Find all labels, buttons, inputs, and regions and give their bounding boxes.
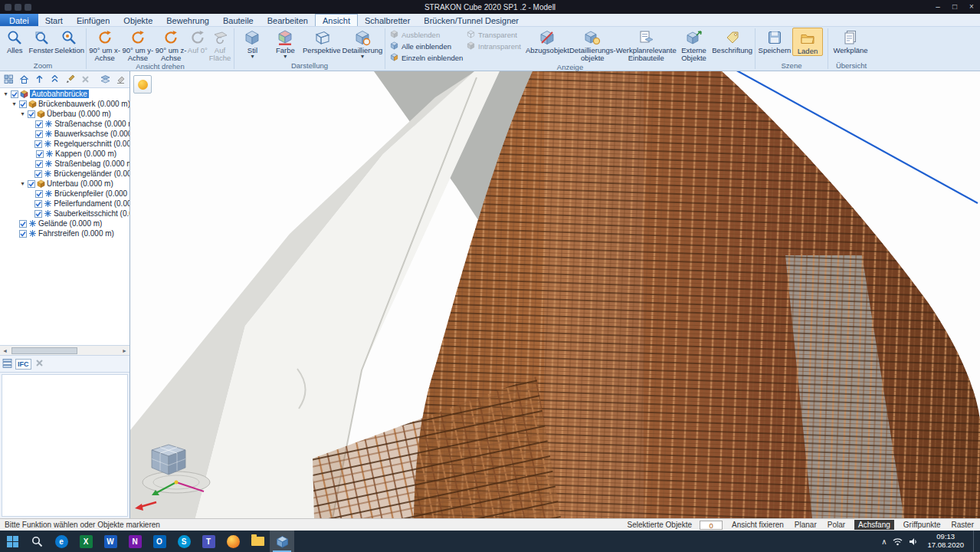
clear-x-icon[interactable] bbox=[34, 357, 44, 371]
list-grid-icon[interactable] bbox=[2, 357, 12, 371]
szene-speichern-button[interactable]: Speichern bbox=[757, 28, 792, 54]
toggle-achsfang[interactable]: Achsfang bbox=[854, 520, 894, 530]
grid-view-icon[interactable] bbox=[2, 74, 15, 86]
zoom-alles-button[interactable]: Alles bbox=[2, 28, 28, 54]
checkbox[interactable] bbox=[34, 170, 42, 178]
tab-bearbeiten[interactable]: Bearbeiten bbox=[261, 14, 315, 26]
checkbox[interactable] bbox=[35, 160, 43, 168]
checkbox[interactable] bbox=[35, 120, 43, 128]
farbe-button[interactable]: Farbe ▾ bbox=[269, 28, 302, 59]
taskbar-app-firefox[interactable] bbox=[221, 531, 245, 552]
taskbar-app-outlook[interactable]: O bbox=[147, 531, 172, 552]
tab-bewehrung[interactable]: Bewehrung bbox=[159, 14, 216, 26]
tree-item-sauberkeitsschicht[interactable]: Sauberkeitsschicht (0.000 m) bbox=[0, 209, 129, 219]
taskbar-app-strakon[interactable] bbox=[270, 531, 294, 552]
close-button[interactable]: × bbox=[963, 0, 980, 14]
expander-icon[interactable]: ▾ bbox=[11, 100, 18, 107]
arrow-up-icon[interactable] bbox=[33, 74, 46, 86]
rotate-z-button[interactable]: 90° um z-Achse bbox=[154, 28, 187, 62]
abzugsobjekt-button[interactable]: Abzugsobjekt bbox=[526, 28, 569, 54]
alle-einblenden-button[interactable]: Alle einblenden bbox=[390, 41, 461, 51]
toggle-planar[interactable]: Planar bbox=[793, 521, 818, 529]
einzeln-einblenden-button[interactable]: Einzeln einblenden bbox=[390, 53, 461, 63]
taskbar-clock[interactable]: 09:13 17.08.2020 bbox=[924, 533, 967, 550]
taskbar-app-edge[interactable]: e bbox=[49, 531, 74, 552]
tree-item-unterbau[interactable]: ▾ Unterbau (0.000 m) bbox=[0, 179, 129, 189]
stil-button[interactable]: Stil ▾ bbox=[236, 28, 269, 59]
checkbox[interactable] bbox=[19, 230, 27, 238]
tab-einfuegen[interactable]: Einfügen bbox=[70, 14, 116, 26]
tree-item-bauwerksachse[interactable]: Bauwerksachse (0.000 m) bbox=[0, 129, 129, 139]
szene-laden-button[interactable]: Laden bbox=[792, 28, 823, 56]
taskbar-app-skype[interactable]: S bbox=[172, 531, 196, 552]
tab-datei[interactable]: Datei bbox=[0, 14, 38, 26]
rotate-x-button[interactable]: 90° um x-Achse bbox=[88, 28, 121, 62]
dropdown-caret-icon[interactable]: ▾ bbox=[251, 54, 254, 59]
tree-item-strassenbelag[interactable]: Straßenbelag (0.000 m) bbox=[0, 159, 129, 169]
tab-objekte[interactable]: Objekte bbox=[116, 14, 159, 26]
tab-start[interactable]: Start bbox=[38, 14, 70, 26]
expander-icon[interactable]: ▾ bbox=[19, 110, 26, 117]
ifc-button[interactable]: IFC bbox=[15, 359, 31, 370]
scroll-left-icon[interactable]: ◄ bbox=[0, 348, 10, 353]
eraser-icon[interactable] bbox=[114, 74, 127, 86]
perspektive-button[interactable]: Perspektive bbox=[302, 28, 342, 54]
externe-objekte-button[interactable]: Externe Objekte bbox=[677, 28, 712, 62]
delete-x-icon[interactable] bbox=[79, 74, 92, 86]
checkbox[interactable] bbox=[19, 220, 27, 228]
taskbar-app-teams[interactable]: T bbox=[196, 531, 221, 552]
tree-item-gelaende[interactable]: Gelände (0.000 m) bbox=[0, 219, 129, 228]
search-button[interactable] bbox=[25, 531, 49, 552]
quick-undo-icon[interactable] bbox=[25, 4, 31, 11]
maximize-button[interactable]: □ bbox=[946, 0, 963, 14]
zoom-selektion-button[interactable]: Selektion bbox=[54, 28, 84, 54]
viewport-tool-button[interactable] bbox=[133, 75, 152, 94]
checkbox[interactable] bbox=[34, 210, 42, 218]
checkbox[interactable] bbox=[34, 140, 42, 148]
tab-bruecken-tunnel-designer[interactable]: Brücken/Tunnel Designer bbox=[417, 14, 526, 26]
toggle-griffpunkte[interactable]: Griffpunkte bbox=[902, 521, 942, 529]
show-desktop-button[interactable] bbox=[973, 531, 977, 552]
layers-icon[interactable] bbox=[99, 74, 112, 86]
home-icon[interactable] bbox=[18, 74, 31, 86]
tab-ansicht[interactable]: Ansicht bbox=[315, 14, 358, 26]
checkbox[interactable] bbox=[19, 100, 27, 108]
tree-item-brueckengelaender[interactable]: Brückengeländer (0.000 m) bbox=[0, 169, 129, 179]
tree-item-autobahnbruecke[interactable]: ▾ Autobahnbrücke bbox=[0, 89, 129, 99]
taskbar-app-onenote[interactable]: N bbox=[123, 531, 147, 552]
toggle-raster[interactable]: Raster bbox=[950, 521, 975, 529]
minimize-button[interactable]: – bbox=[929, 0, 946, 14]
werkplanrelevante-einbauteile-button[interactable]: Werkplanrelevante Einbauteile bbox=[616, 28, 677, 62]
taskbar-app-word[interactable]: W bbox=[98, 531, 123, 552]
expander-icon[interactable]: ▾ bbox=[2, 90, 9, 97]
detaillierungsobjekte-button[interactable]: Detaillierungs-objekte bbox=[569, 28, 616, 62]
scrollbar-thumb[interactable] bbox=[11, 347, 77, 354]
checkbox[interactable] bbox=[35, 130, 43, 138]
network-icon[interactable] bbox=[893, 537, 903, 546]
tab-schalbretter[interactable]: Schalbretter bbox=[358, 14, 417, 26]
zoom-fenster-button[interactable]: Fenster bbox=[28, 28, 54, 54]
checkbox[interactable] bbox=[35, 190, 43, 198]
tree-horizontal-scrollbar[interactable]: ◄ ► bbox=[0, 346, 129, 356]
toggle-ansicht-fixieren[interactable]: Ansicht fixieren bbox=[730, 521, 785, 529]
quick-save-icon[interactable] bbox=[15, 4, 21, 11]
arrow-up-double-icon[interactable] bbox=[48, 74, 61, 86]
tab-bauteile[interactable]: Bauteile bbox=[216, 14, 261, 26]
dropdown-caret-icon[interactable]: ▾ bbox=[284, 54, 287, 59]
3d-scene[interactable] bbox=[130, 71, 980, 518]
tray-caret-icon[interactable]: ∧ bbox=[881, 537, 887, 546]
toggle-polar[interactable]: Polar bbox=[826, 521, 847, 529]
tree-item-brueckenpfeiler[interactable]: Brückenpfeiler (0.000 m) bbox=[0, 189, 129, 199]
speaker-icon[interactable] bbox=[909, 537, 918, 546]
tree-item-kappen[interactable]: Kappen (0.000 m) bbox=[0, 149, 129, 159]
checkbox[interactable] bbox=[28, 180, 35, 188]
checkbox[interactable] bbox=[34, 200, 42, 208]
taskbar-app-excel[interactable]: X bbox=[74, 531, 98, 552]
start-button[interactable] bbox=[0, 531, 25, 552]
expander-icon[interactable]: ▾ bbox=[19, 180, 26, 187]
tree-item-brueckenbauwerk[interactable]: ▾ Brückenbauwerk (0.000 m) bbox=[0, 99, 129, 109]
beschriftung-button[interactable]: Beschriftung bbox=[711, 28, 753, 54]
taskbar-app-explorer[interactable] bbox=[245, 531, 270, 552]
dropdown-caret-icon[interactable]: ▾ bbox=[361, 54, 364, 59]
werkplaene-button[interactable]: Werkpläne bbox=[830, 28, 871, 54]
